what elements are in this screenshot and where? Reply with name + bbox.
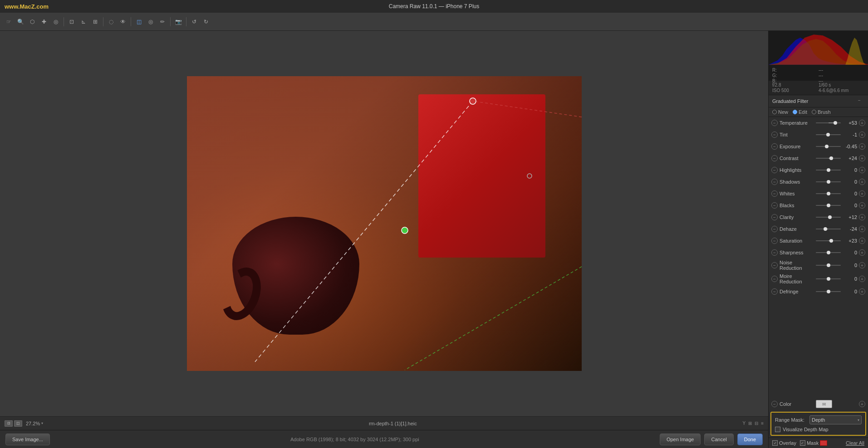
- slider-plus-5[interactable]: +: [859, 179, 865, 185]
- tool-transform[interactable]: ⊞: [90, 17, 100, 27]
- slider-plus-14[interactable]: +: [859, 288, 865, 295]
- tool-spot-removal[interactable]: ◌: [106, 17, 116, 27]
- slider-track-container-11[interactable]: [816, 249, 841, 256]
- tool-hand[interactable]: ☞: [4, 17, 14, 27]
- photo-canvas[interactable]: [187, 76, 582, 371]
- slider-track-container-5[interactable]: [816, 178, 841, 185]
- tool-snapshot[interactable]: 📷: [173, 17, 183, 27]
- slider-minus-3[interactable]: −: [771, 155, 778, 161]
- slider-minus-5[interactable]: −: [771, 179, 778, 185]
- slider-minus-2[interactable]: −: [771, 143, 778, 150]
- slider-track-container-6[interactable]: [816, 190, 841, 197]
- tool-redo[interactable]: ↻: [201, 17, 211, 27]
- slider-track-container-13[interactable]: [816, 275, 841, 282]
- slider-plus-4[interactable]: +: [859, 167, 865, 173]
- slider-track-container-9[interactable]: [816, 225, 841, 233]
- slider-thumb-3[interactable]: [829, 156, 833, 160]
- slider-thumb-13[interactable]: [827, 277, 830, 281]
- slider-plus-0[interactable]: +: [859, 120, 865, 126]
- slider-minus-11[interactable]: −: [771, 249, 778, 256]
- tool-straighten[interactable]: ⊾: [78, 17, 88, 27]
- filter-collapse-button[interactable]: −: [858, 98, 864, 104]
- slider-track-container-14[interactable]: [816, 288, 841, 295]
- tool-undo[interactable]: ↺: [189, 17, 199, 27]
- visualize-checkbox[interactable]: [775, 427, 780, 432]
- open-image-button[interactable]: Open Image: [660, 433, 701, 445]
- tool-color-sampler[interactable]: ✚: [39, 17, 49, 27]
- slider-plus-7[interactable]: +: [859, 202, 865, 209]
- color-minus-btn[interactable]: −: [771, 401, 778, 407]
- slider-plus-11[interactable]: +: [859, 249, 865, 256]
- slider-track-container-1[interactable]: [816, 131, 841, 138]
- mask-checkbox-item[interactable]: Mask: [800, 440, 827, 446]
- slider-track-container-4[interactable]: [816, 166, 841, 174]
- slider-plus-2[interactable]: +: [859, 143, 865, 150]
- tool-brush[interactable]: ✏: [157, 17, 167, 27]
- mask-color-swatch[interactable]: [820, 440, 827, 446]
- tool-zoom[interactable]: 🔍: [15, 17, 25, 27]
- done-button[interactable]: Done: [737, 433, 763, 445]
- slider-plus-9[interactable]: +: [859, 226, 865, 232]
- slider-plus-6[interactable]: +: [859, 190, 865, 197]
- slider-track-container-8[interactable]: [816, 214, 841, 221]
- slider-minus-9[interactable]: −: [771, 226, 778, 232]
- slider-plus-10[interactable]: +: [859, 238, 865, 244]
- tool-graduated-filter[interactable]: ◫: [134, 17, 144, 27]
- slider-thumb-9[interactable]: [824, 227, 827, 231]
- slider-minus-1[interactable]: −: [771, 131, 778, 138]
- color-plus-btn[interactable]: +: [859, 401, 865, 407]
- slider-thumb-0[interactable]: [834, 121, 837, 125]
- slider-track-container-10[interactable]: [816, 237, 841, 244]
- slider-minus-4[interactable]: −: [771, 167, 778, 173]
- slider-thumb-5[interactable]: [827, 180, 830, 184]
- slider-thumb-8[interactable]: [828, 215, 832, 219]
- slider-track-container-0[interactable]: [816, 119, 841, 127]
- cancel-button[interactable]: Cancel: [704, 433, 733, 445]
- slider-plus-13[interactable]: +: [859, 276, 865, 282]
- slider-plus-1[interactable]: +: [859, 131, 865, 138]
- overlay-checkbox-item[interactable]: Overlay: [772, 440, 796, 446]
- clear-all-button[interactable]: Clear All: [846, 440, 864, 446]
- slider-thumb-4[interactable]: [827, 168, 830, 172]
- slider-track-container-3[interactable]: [816, 155, 841, 162]
- slider-thumb-11[interactable]: [827, 251, 830, 254]
- save-image-button[interactable]: Save Image...: [5, 433, 50, 445]
- slider-minus-14[interactable]: −: [771, 288, 778, 295]
- slider-minus-10[interactable]: −: [771, 238, 778, 244]
- image-container[interactable]: [0, 31, 768, 416]
- slider-minus-12[interactable]: −: [771, 262, 778, 268]
- slider-track-container-2[interactable]: [816, 143, 841, 150]
- range-mask-select[interactable]: Depth ▾: [809, 415, 862, 424]
- slider-track-container-7[interactable]: [816, 202, 841, 209]
- tool-targeted-adjust[interactable]: ◎: [51, 17, 61, 27]
- slider-minus-0[interactable]: −: [771, 120, 778, 126]
- slider-thumb-6[interactable]: [827, 192, 830, 195]
- zoom-dropdown-btn[interactable]: ▾: [41, 421, 43, 425]
- slider-thumb-7[interactable]: [827, 204, 830, 207]
- range-mask-value: Depth: [812, 417, 825, 423]
- filter-mode-brush[interactable]: Brush: [812, 109, 831, 115]
- tool-white-balance[interactable]: ⬡: [27, 17, 37, 27]
- slider-minus-8[interactable]: −: [771, 214, 778, 220]
- slider-minus-7[interactable]: −: [771, 202, 778, 209]
- slider-minus-13[interactable]: −: [771, 276, 778, 282]
- slider-plus-3[interactable]: +: [859, 155, 865, 161]
- slider-thumb-1[interactable]: [826, 133, 830, 136]
- slider-thumb-10[interactable]: [829, 239, 833, 243]
- slider-track-3: [816, 158, 841, 159]
- tool-redeye[interactable]: 👁: [118, 17, 128, 27]
- mask-checkbox[interactable]: [800, 440, 805, 446]
- overlay-checkbox[interactable]: [772, 440, 778, 446]
- slider-plus-8[interactable]: +: [859, 214, 865, 220]
- tool-radial-filter[interactable]: ◎: [146, 17, 156, 27]
- slider-thumb-2[interactable]: [825, 145, 829, 148]
- slider-thumb-12[interactable]: [827, 263, 830, 267]
- filter-mode-edit[interactable]: Edit: [793, 109, 807, 115]
- slider-thumb-14[interactable]: [827, 290, 830, 293]
- filter-mode-new[interactable]: New: [772, 109, 788, 115]
- tool-crop[interactable]: ⊡: [67, 17, 77, 27]
- slider-minus-6[interactable]: −: [771, 190, 778, 197]
- slider-track-container-12[interactable]: [816, 262, 841, 269]
- color-swatch[interactable]: [816, 400, 832, 408]
- slider-plus-12[interactable]: +: [859, 262, 865, 268]
